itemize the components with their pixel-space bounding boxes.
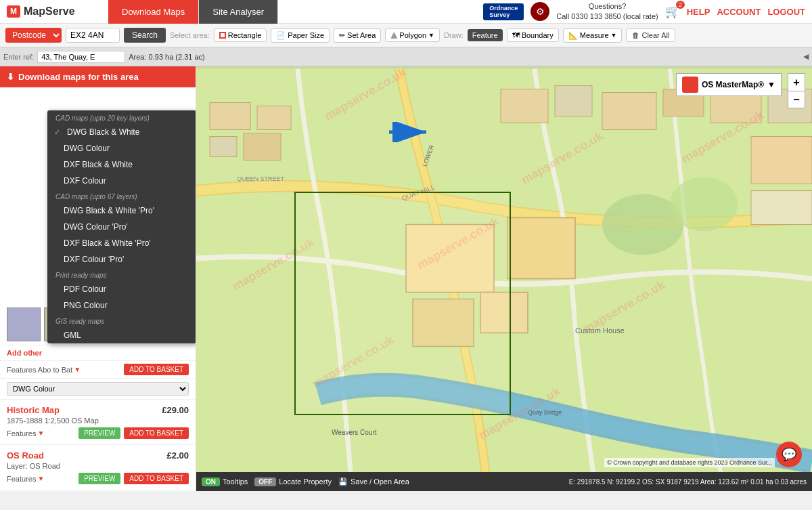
boundary-button[interactable]: 🗺 Boundary xyxy=(507,28,559,42)
search-button[interactable]: Search xyxy=(124,28,166,43)
coords-display: E: 291878.5 N: 92199.2 OS: SX 9187 9219 … xyxy=(569,478,807,486)
historic-map-subtitle: 1875-1888 1:2,500 OS Map xyxy=(7,417,189,425)
locate-off-indicator[interactable]: OFF xyxy=(254,477,276,486)
os-mastermap-panel[interactable]: OS MasterMap® ▼ xyxy=(676,73,782,96)
features-button[interactable]: Features Abo to Bat ▼ xyxy=(7,366,81,374)
features-label: Features Abo to Bat xyxy=(7,366,72,374)
draw-label: Draw: xyxy=(444,31,464,39)
svg-text:QUEEN STREET: QUEEN STREET xyxy=(237,175,285,182)
tooltips-on-indicator[interactable]: ON xyxy=(202,477,220,486)
measure-button[interactable]: 📐 Measure ▼ xyxy=(563,28,623,43)
logout-link[interactable]: LOGOUT xyxy=(767,7,805,17)
os-road-subtitle: Layer: OS Road xyxy=(7,462,189,470)
add-other-button[interactable]: Add other xyxy=(0,345,196,361)
topnav-right: OrdnanceSurvey ⚙ Questions? Call 0330 13… xyxy=(483,1,812,22)
mastermap-format-row: DWG Colour xyxy=(0,379,196,400)
dropdown-item-pdf-colour[interactable]: PDF Colour xyxy=(47,281,196,297)
save-open-area-button[interactable]: 💾 Save / Open Area xyxy=(338,477,409,486)
draw-button[interactable]: Feature xyxy=(468,29,503,41)
postcode-input[interactable] xyxy=(66,28,120,43)
nav-tab-download-maps[interactable]: Download Maps xyxy=(108,0,199,24)
dropdown-item-dxf-bw-pro[interactable]: DXF Black & White 'Pro' xyxy=(47,235,196,251)
historic-add-btn[interactable]: ADD TO BASKET xyxy=(124,427,189,439)
svg-rect-6 xyxy=(555,86,592,116)
dropdown-item-png-colour[interactable]: PNG Colour xyxy=(47,297,196,314)
os-logo: OrdnanceSurvey xyxy=(483,3,524,20)
map-panel-label: OS MasterMap® xyxy=(702,80,764,89)
logo-area: M MapServe xyxy=(0,5,108,18)
map-area[interactable]: QUAY HILL QUEEN STREET LOWER Quay Bridge… xyxy=(196,66,812,491)
dropdown-item-dwg-colour[interactable]: DWG Colour xyxy=(47,140,196,156)
collapse-arrow[interactable]: ◀ xyxy=(803,52,809,61)
blue-arrow-indicator xyxy=(382,122,436,142)
save-icon: 💾 xyxy=(338,477,348,486)
os-road-preview-btn[interactable]: PREVIEW xyxy=(78,473,120,484)
cad-20-section-label: CAD maps (upto 20 key layers) xyxy=(47,110,196,124)
dropdown-item-gml[interactable]: GML xyxy=(47,327,196,343)
polygon-icon xyxy=(390,32,397,39)
svg-rect-12 xyxy=(751,191,812,225)
clear-all-button[interactable]: 🗑 Clear All xyxy=(626,28,675,42)
map-panel-chevron: ▼ xyxy=(767,80,775,89)
svg-text:Quay Bridge: Quay Bridge xyxy=(528,409,562,416)
dropdown-item-dxf-bw[interactable]: DXF Black & White xyxy=(47,156,196,173)
dropdown-item-dwg-bw-pro[interactable]: DWG Black & White 'Pro' xyxy=(47,203,196,219)
dropdown-item-dwg-colour-pro[interactable]: DWG Colour 'Pro' xyxy=(47,219,196,235)
nav-tab-site-analyser[interactable]: Site Analyser xyxy=(199,0,278,24)
locate-toggle-group: OFF Locate Property xyxy=(254,477,332,486)
statusbar: ON Tooltips OFF Locate Property 💾 Save /… xyxy=(196,472,812,491)
copyright-notice: © Crown copyright and database rights 20… xyxy=(604,458,775,467)
zoom-controls: + − xyxy=(788,73,805,108)
zoom-in-button[interactable]: + xyxy=(788,73,805,91)
svg-rect-11 xyxy=(751,137,812,184)
svg-rect-17 xyxy=(413,299,474,347)
rectangle-icon xyxy=(219,32,226,39)
paper-size-icon: 📄 xyxy=(276,31,286,40)
svg-rect-4 xyxy=(244,133,281,161)
print-section-label: Print ready maps xyxy=(47,268,196,281)
postcode-select[interactable]: Postcode xyxy=(5,28,62,43)
logo-text: MapServe xyxy=(24,5,75,18)
tooltips-label: Tooltips xyxy=(223,477,248,486)
account-link[interactable]: ACCOUNT xyxy=(717,7,761,17)
questions-text: Questions? Call 0330 133 3850 (local rat… xyxy=(556,1,658,22)
os-road-add-btn[interactable]: ADD TO BASKET xyxy=(124,473,189,484)
tooltips-toggle-group: ON Tooltips xyxy=(202,477,248,486)
sidebar: ⬇ Download maps for this area CAD maps (… xyxy=(0,66,196,491)
svg-rect-0 xyxy=(196,69,812,489)
historic-preview-btn[interactable]: PREVIEW xyxy=(78,427,120,439)
svg-text:Custom House: Custom House xyxy=(575,326,625,335)
basket-button[interactable]: 🛒2 xyxy=(665,4,680,19)
polygon-button[interactable]: Polygon ▼ xyxy=(385,28,440,42)
set-area-button[interactable]: ✏ Set Area xyxy=(334,28,381,43)
svg-rect-7 xyxy=(602,93,656,130)
cad-67-section-label: CAD maps (upto 67 layers) xyxy=(47,189,196,203)
gis-section-label: GIS ready maps xyxy=(47,314,196,327)
svg-text:Weavers Court: Weavers Court xyxy=(332,429,377,436)
os-road-price: £2.00 xyxy=(166,450,189,461)
os-road-features-btn[interactable]: Features ▼ xyxy=(7,475,44,483)
historic-features-btn[interactable]: Features ▼ xyxy=(7,429,44,438)
main-layout: ⬇ Download maps for this area CAD maps (… xyxy=(0,66,812,491)
dropdown-item-dxf-colour[interactable]: DXF Colour xyxy=(47,173,196,189)
map-panel-icon xyxy=(682,77,698,93)
svg-rect-1 xyxy=(210,103,250,130)
trash-icon: 🗑 xyxy=(632,31,639,39)
os-road-actions: Features ▼ PREVIEW ADD TO BASKET xyxy=(7,473,189,484)
dropdown-item-dwg-bw[interactable]: DWG Black & White xyxy=(47,124,196,140)
refbar: Enter ref: Area: 0.93 ha (2.31 ac) ◀ xyxy=(0,47,812,66)
red-circle-icon: ⚙ xyxy=(531,2,549,21)
help-link[interactable]: HELP xyxy=(687,7,710,17)
zoom-out-button[interactable]: − xyxy=(788,91,805,108)
thumb-1 xyxy=(7,307,41,341)
mastermap-format-select[interactable]: DWG Colour xyxy=(7,382,189,396)
paper-size-button[interactable]: 📄 Paper Size xyxy=(271,28,330,43)
chat-bubble-button[interactable]: 💬 xyxy=(776,442,802,467)
download-icon: ⬇ xyxy=(7,72,14,82)
top-navigation: M MapServe Download Maps Site Analyser O… xyxy=(0,0,812,24)
rectangle-button[interactable]: Rectangle xyxy=(214,28,267,42)
ref-input[interactable] xyxy=(37,51,125,63)
svg-rect-15 xyxy=(406,225,494,293)
add-to-basket-btn-mastermap[interactable]: ADD TO BASKET xyxy=(124,364,189,375)
dropdown-item-dxf-colour-pro[interactable]: DXF Colour 'Pro' xyxy=(47,251,196,268)
